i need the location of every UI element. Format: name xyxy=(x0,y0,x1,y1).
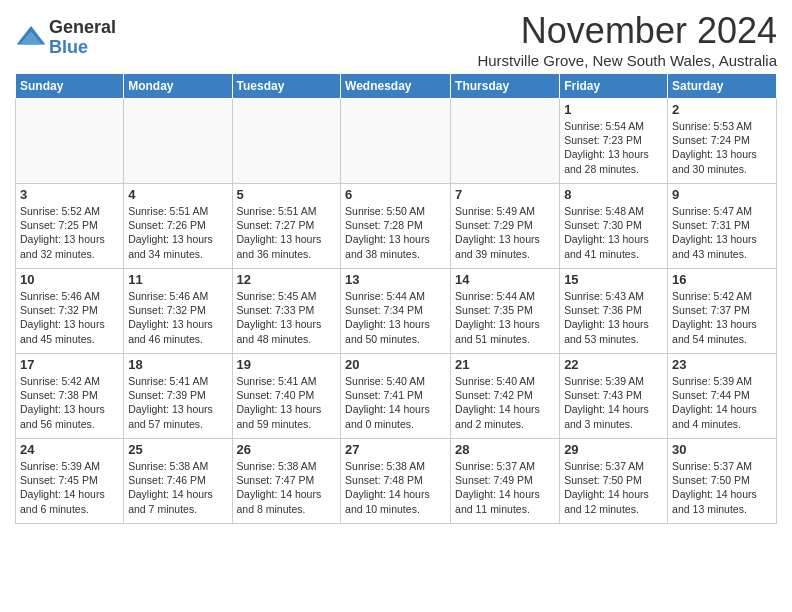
day-info: Sunrise: 5:46 AMSunset: 7:32 PMDaylight:… xyxy=(20,289,119,346)
day-number: 11 xyxy=(128,272,227,287)
week-row-4: 17Sunrise: 5:42 AMSunset: 7:38 PMDayligh… xyxy=(16,354,777,439)
day-info: Sunrise: 5:39 AMSunset: 7:43 PMDaylight:… xyxy=(564,374,663,431)
header-day-saturday: Saturday xyxy=(668,74,777,99)
day-number: 21 xyxy=(455,357,555,372)
day-cell: 26Sunrise: 5:38 AMSunset: 7:47 PMDayligh… xyxy=(232,439,341,524)
day-cell: 6Sunrise: 5:50 AMSunset: 7:28 PMDaylight… xyxy=(341,184,451,269)
day-info: Sunrise: 5:37 AMSunset: 7:50 PMDaylight:… xyxy=(672,459,772,516)
day-info: Sunrise: 5:39 AMSunset: 7:45 PMDaylight:… xyxy=(20,459,119,516)
header-day-wednesday: Wednesday xyxy=(341,74,451,99)
day-number: 7 xyxy=(455,187,555,202)
calendar-table: SundayMondayTuesdayWednesdayThursdayFrid… xyxy=(15,73,777,524)
day-info: Sunrise: 5:43 AMSunset: 7:36 PMDaylight:… xyxy=(564,289,663,346)
day-info: Sunrise: 5:38 AMSunset: 7:46 PMDaylight:… xyxy=(128,459,227,516)
day-cell xyxy=(451,99,560,184)
day-cell xyxy=(232,99,341,184)
day-info: Sunrise: 5:44 AMSunset: 7:35 PMDaylight:… xyxy=(455,289,555,346)
logo-text: General Blue xyxy=(49,18,116,58)
day-info: Sunrise: 5:51 AMSunset: 7:26 PMDaylight:… xyxy=(128,204,227,261)
day-number: 10 xyxy=(20,272,119,287)
calendar-body: 1Sunrise: 5:54 AMSunset: 7:23 PMDaylight… xyxy=(16,99,777,524)
day-cell: 30Sunrise: 5:37 AMSunset: 7:50 PMDayligh… xyxy=(668,439,777,524)
week-row-5: 24Sunrise: 5:39 AMSunset: 7:45 PMDayligh… xyxy=(16,439,777,524)
day-info: Sunrise: 5:48 AMSunset: 7:30 PMDaylight:… xyxy=(564,204,663,261)
day-cell xyxy=(341,99,451,184)
day-info: Sunrise: 5:49 AMSunset: 7:29 PMDaylight:… xyxy=(455,204,555,261)
day-info: Sunrise: 5:38 AMSunset: 7:48 PMDaylight:… xyxy=(345,459,446,516)
month-title: November 2024 xyxy=(477,10,777,52)
page-header: General Blue November 2024 Hurstville Gr… xyxy=(15,10,777,69)
day-cell: 14Sunrise: 5:44 AMSunset: 7:35 PMDayligh… xyxy=(451,269,560,354)
header-day-thursday: Thursday xyxy=(451,74,560,99)
day-cell: 25Sunrise: 5:38 AMSunset: 7:46 PMDayligh… xyxy=(124,439,232,524)
day-cell: 28Sunrise: 5:37 AMSunset: 7:49 PMDayligh… xyxy=(451,439,560,524)
day-cell: 16Sunrise: 5:42 AMSunset: 7:37 PMDayligh… xyxy=(668,269,777,354)
day-info: Sunrise: 5:50 AMSunset: 7:28 PMDaylight:… xyxy=(345,204,446,261)
header-day-monday: Monday xyxy=(124,74,232,99)
day-cell xyxy=(16,99,124,184)
day-cell: 2Sunrise: 5:53 AMSunset: 7:24 PMDaylight… xyxy=(668,99,777,184)
day-info: Sunrise: 5:52 AMSunset: 7:25 PMDaylight:… xyxy=(20,204,119,261)
day-info: Sunrise: 5:41 AMSunset: 7:40 PMDaylight:… xyxy=(237,374,337,431)
week-row-2: 3Sunrise: 5:52 AMSunset: 7:25 PMDaylight… xyxy=(16,184,777,269)
day-number: 5 xyxy=(237,187,337,202)
week-row-3: 10Sunrise: 5:46 AMSunset: 7:32 PMDayligh… xyxy=(16,269,777,354)
day-number: 27 xyxy=(345,442,446,457)
day-number: 22 xyxy=(564,357,663,372)
logo-general: General xyxy=(49,18,116,38)
logo-blue: Blue xyxy=(49,38,116,58)
day-number: 4 xyxy=(128,187,227,202)
day-number: 13 xyxy=(345,272,446,287)
day-number: 29 xyxy=(564,442,663,457)
day-number: 25 xyxy=(128,442,227,457)
day-info: Sunrise: 5:54 AMSunset: 7:23 PMDaylight:… xyxy=(564,119,663,176)
day-number: 2 xyxy=(672,102,772,117)
day-number: 26 xyxy=(237,442,337,457)
day-cell: 19Sunrise: 5:41 AMSunset: 7:40 PMDayligh… xyxy=(232,354,341,439)
day-cell: 17Sunrise: 5:42 AMSunset: 7:38 PMDayligh… xyxy=(16,354,124,439)
day-info: Sunrise: 5:51 AMSunset: 7:27 PMDaylight:… xyxy=(237,204,337,261)
day-info: Sunrise: 5:53 AMSunset: 7:24 PMDaylight:… xyxy=(672,119,772,176)
day-info: Sunrise: 5:45 AMSunset: 7:33 PMDaylight:… xyxy=(237,289,337,346)
day-cell: 21Sunrise: 5:40 AMSunset: 7:42 PMDayligh… xyxy=(451,354,560,439)
day-cell: 20Sunrise: 5:40 AMSunset: 7:41 PMDayligh… xyxy=(341,354,451,439)
day-number: 16 xyxy=(672,272,772,287)
day-number: 12 xyxy=(237,272,337,287)
day-number: 3 xyxy=(20,187,119,202)
day-number: 17 xyxy=(20,357,119,372)
day-number: 24 xyxy=(20,442,119,457)
day-number: 28 xyxy=(455,442,555,457)
day-cell: 27Sunrise: 5:38 AMSunset: 7:48 PMDayligh… xyxy=(341,439,451,524)
day-number: 18 xyxy=(128,357,227,372)
day-cell: 29Sunrise: 5:37 AMSunset: 7:50 PMDayligh… xyxy=(560,439,668,524)
day-cell: 22Sunrise: 5:39 AMSunset: 7:43 PMDayligh… xyxy=(560,354,668,439)
logo-icon xyxy=(15,22,47,54)
day-info: Sunrise: 5:42 AMSunset: 7:37 PMDaylight:… xyxy=(672,289,772,346)
day-cell: 4Sunrise: 5:51 AMSunset: 7:26 PMDaylight… xyxy=(124,184,232,269)
day-info: Sunrise: 5:44 AMSunset: 7:34 PMDaylight:… xyxy=(345,289,446,346)
day-number: 14 xyxy=(455,272,555,287)
day-cell: 9Sunrise: 5:47 AMSunset: 7:31 PMDaylight… xyxy=(668,184,777,269)
day-cell: 15Sunrise: 5:43 AMSunset: 7:36 PMDayligh… xyxy=(560,269,668,354)
day-cell: 18Sunrise: 5:41 AMSunset: 7:39 PMDayligh… xyxy=(124,354,232,439)
week-row-1: 1Sunrise: 5:54 AMSunset: 7:23 PMDaylight… xyxy=(16,99,777,184)
day-cell: 23Sunrise: 5:39 AMSunset: 7:44 PMDayligh… xyxy=(668,354,777,439)
day-cell: 10Sunrise: 5:46 AMSunset: 7:32 PMDayligh… xyxy=(16,269,124,354)
day-cell: 12Sunrise: 5:45 AMSunset: 7:33 PMDayligh… xyxy=(232,269,341,354)
day-number: 20 xyxy=(345,357,446,372)
day-number: 19 xyxy=(237,357,337,372)
header-day-friday: Friday xyxy=(560,74,668,99)
day-info: Sunrise: 5:46 AMSunset: 7:32 PMDaylight:… xyxy=(128,289,227,346)
day-cell: 3Sunrise: 5:52 AMSunset: 7:25 PMDaylight… xyxy=(16,184,124,269)
location: Hurstville Grove, New South Wales, Austr… xyxy=(477,52,777,69)
day-info: Sunrise: 5:40 AMSunset: 7:42 PMDaylight:… xyxy=(455,374,555,431)
header-day-tuesday: Tuesday xyxy=(232,74,341,99)
day-cell: 5Sunrise: 5:51 AMSunset: 7:27 PMDaylight… xyxy=(232,184,341,269)
day-number: 30 xyxy=(672,442,772,457)
day-info: Sunrise: 5:38 AMSunset: 7:47 PMDaylight:… xyxy=(237,459,337,516)
day-info: Sunrise: 5:41 AMSunset: 7:39 PMDaylight:… xyxy=(128,374,227,431)
day-cell: 8Sunrise: 5:48 AMSunset: 7:30 PMDaylight… xyxy=(560,184,668,269)
day-cell xyxy=(124,99,232,184)
day-cell: 13Sunrise: 5:44 AMSunset: 7:34 PMDayligh… xyxy=(341,269,451,354)
day-cell: 24Sunrise: 5:39 AMSunset: 7:45 PMDayligh… xyxy=(16,439,124,524)
